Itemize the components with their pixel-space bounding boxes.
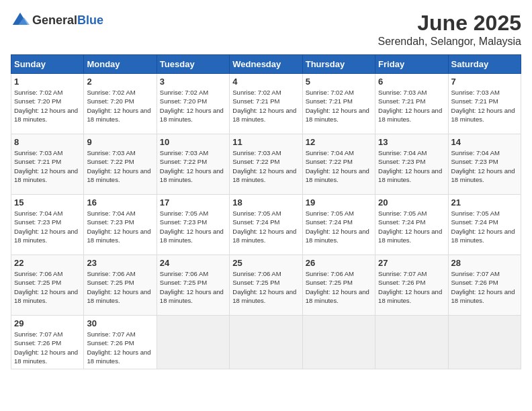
day-info: Sunrise: 7:04 AMSunset: 7:23 PMDaylight:… [87, 210, 150, 244]
day-number: 20 [378, 197, 445, 208]
logo-text-blue: Blue [77, 13, 103, 27]
day-number: 28 [451, 258, 518, 268]
day-number: 30 [87, 318, 153, 328]
logo-text-general: General [32, 13, 77, 27]
day-info: Sunrise: 7:03 AMSunset: 7:22 PMDaylight:… [160, 149, 224, 183]
table-row: 18 Sunrise: 7:05 AMSunset: 7:24 PMDaylig… [230, 195, 302, 255]
main-title: June 2025 [378, 11, 521, 36]
table-row: 3 Sunrise: 7:02 AMSunset: 7:20 PMDayligh… [157, 74, 229, 134]
day-number: 1 [14, 77, 81, 87]
calendar: Sunday Monday Tuesday Wednesday Thursday… [11, 54, 521, 369]
header-wednesday: Wednesday [230, 55, 302, 74]
table-row: 29 Sunrise: 7:07 AMSunset: 7:26 PMDaylig… [11, 316, 84, 369]
day-number: 12 [306, 137, 372, 147]
table-row [448, 316, 521, 369]
calendar-week-row: 15 Sunrise: 7:04 AMSunset: 7:23 PMDaylig… [11, 195, 521, 255]
day-number: 15 [14, 197, 81, 208]
table-row: 4 Sunrise: 7:02 AMSunset: 7:21 PMDayligh… [230, 74, 302, 134]
day-number: 6 [378, 77, 445, 87]
table-row: 14 Sunrise: 7:04 AMSunset: 7:23 PMDaylig… [448, 134, 521, 195]
header: GeneralBlue June 2025 Serendah, Selangor… [11, 11, 521, 48]
day-info: Sunrise: 7:04 AMSunset: 7:23 PMDaylight:… [378, 149, 442, 183]
logo: GeneralBlue [11, 11, 103, 30]
day-info: Sunrise: 7:02 AMSunset: 7:21 PMDaylight:… [232, 89, 296, 123]
table-row: 12 Sunrise: 7:04 AMSunset: 7:22 PMDaylig… [302, 134, 375, 195]
table-row: 20 Sunrise: 7:05 AMSunset: 7:24 PMDaylig… [375, 195, 448, 255]
day-info: Sunrise: 7:03 AMSunset: 7:21 PMDaylight:… [451, 89, 515, 123]
day-info: Sunrise: 7:06 AMSunset: 7:25 PMDaylight:… [160, 270, 224, 304]
header-friday: Friday [375, 55, 448, 74]
table-row [157, 316, 229, 369]
day-number: 27 [378, 258, 445, 268]
day-number: 21 [451, 197, 518, 208]
header-thursday: Thursday [302, 55, 375, 74]
table-row: 30 Sunrise: 7:07 AMSunset: 7:26 PMDaylig… [84, 316, 157, 369]
table-row: 13 Sunrise: 7:04 AMSunset: 7:23 PMDaylig… [375, 134, 448, 195]
day-number: 22 [14, 258, 81, 268]
calendar-week-row: 8 Sunrise: 7:03 AMSunset: 7:21 PMDayligh… [11, 134, 521, 195]
header-monday: Monday [84, 55, 157, 74]
day-number: 24 [160, 258, 226, 268]
day-number: 11 [232, 137, 299, 147]
day-number: 5 [306, 77, 372, 87]
day-number: 3 [160, 77, 226, 87]
day-number: 2 [87, 77, 153, 87]
day-info: Sunrise: 7:02 AMSunset: 7:21 PMDaylight:… [306, 89, 369, 123]
day-number: 8 [14, 137, 81, 147]
day-info: Sunrise: 7:03 AMSunset: 7:21 PMDaylight:… [378, 89, 442, 123]
day-number: 7 [451, 77, 518, 87]
day-number: 18 [232, 197, 299, 208]
day-info: Sunrise: 7:04 AMSunset: 7:23 PMDaylight:… [451, 149, 515, 183]
day-info: Sunrise: 7:06 AMSunset: 7:25 PMDaylight:… [14, 270, 78, 304]
table-row: 11 Sunrise: 7:03 AMSunset: 7:22 PMDaylig… [230, 134, 302, 195]
day-info: Sunrise: 7:05 AMSunset: 7:24 PMDaylight:… [451, 210, 515, 244]
table-row: 6 Sunrise: 7:03 AMSunset: 7:21 PMDayligh… [375, 74, 448, 134]
day-info: Sunrise: 7:05 AMSunset: 7:23 PMDaylight:… [160, 210, 224, 244]
day-number: 16 [87, 197, 153, 208]
table-row: 9 Sunrise: 7:03 AMSunset: 7:22 PMDayligh… [84, 134, 157, 195]
header-tuesday: Tuesday [157, 55, 229, 74]
day-number: 19 [306, 197, 372, 208]
day-info: Sunrise: 7:03 AMSunset: 7:22 PMDaylight:… [87, 149, 150, 183]
logo-icon [11, 11, 30, 30]
table-row: 5 Sunrise: 7:02 AMSunset: 7:21 PMDayligh… [302, 74, 375, 134]
table-row: 10 Sunrise: 7:03 AMSunset: 7:22 PMDaylig… [157, 134, 229, 195]
day-number: 26 [306, 258, 372, 268]
day-info: Sunrise: 7:04 AMSunset: 7:23 PMDaylight:… [14, 210, 78, 244]
table-row: 27 Sunrise: 7:07 AMSunset: 7:26 PMDaylig… [375, 255, 448, 316]
table-row: 21 Sunrise: 7:05 AMSunset: 7:24 PMDaylig… [448, 195, 521, 255]
day-info: Sunrise: 7:06 AMSunset: 7:25 PMDaylight:… [232, 270, 296, 304]
day-info: Sunrise: 7:02 AMSunset: 7:20 PMDaylight:… [160, 89, 224, 123]
day-info: Sunrise: 7:07 AMSunset: 7:26 PMDaylight:… [14, 330, 78, 365]
day-info: Sunrise: 7:04 AMSunset: 7:22 PMDaylight:… [306, 149, 369, 183]
day-info: Sunrise: 7:05 AMSunset: 7:24 PMDaylight:… [306, 210, 369, 244]
day-number: 29 [14, 318, 81, 328]
table-row: 16 Sunrise: 7:04 AMSunset: 7:23 PMDaylig… [84, 195, 157, 255]
table-row: 28 Sunrise: 7:07 AMSunset: 7:26 PMDaylig… [448, 255, 521, 316]
table-row: 19 Sunrise: 7:05 AMSunset: 7:24 PMDaylig… [302, 195, 375, 255]
day-number: 17 [160, 197, 226, 208]
day-info: Sunrise: 7:07 AMSunset: 7:26 PMDaylight:… [87, 330, 150, 365]
sub-title: Serendah, Selangor, Malaysia [378, 36, 521, 48]
table-row: 1 Sunrise: 7:02 AMSunset: 7:20 PMDayligh… [11, 74, 84, 134]
day-info: Sunrise: 7:03 AMSunset: 7:22 PMDaylight:… [232, 149, 296, 183]
table-row: 26 Sunrise: 7:06 AMSunset: 7:25 PMDaylig… [302, 255, 375, 316]
table-row: 15 Sunrise: 7:04 AMSunset: 7:23 PMDaylig… [11, 195, 84, 255]
table-row: 24 Sunrise: 7:06 AMSunset: 7:25 PMDaylig… [157, 255, 229, 316]
table-row [302, 316, 375, 369]
day-info: Sunrise: 7:05 AMSunset: 7:24 PMDaylight:… [378, 210, 442, 244]
table-row [375, 316, 448, 369]
day-number: 14 [451, 137, 518, 147]
day-info: Sunrise: 7:05 AMSunset: 7:24 PMDaylight:… [232, 210, 296, 244]
day-number: 25 [232, 258, 299, 268]
day-number: 10 [160, 137, 226, 147]
title-section: June 2025 Serendah, Selangor, Malaysia [378, 11, 521, 48]
day-number: 9 [87, 137, 153, 147]
table-row: 17 Sunrise: 7:05 AMSunset: 7:23 PMDaylig… [157, 195, 229, 255]
calendar-week-row: 29 Sunrise: 7:07 AMSunset: 7:26 PMDaylig… [11, 316, 521, 369]
day-info: Sunrise: 7:07 AMSunset: 7:26 PMDaylight:… [451, 270, 515, 304]
day-number: 23 [87, 258, 153, 268]
day-info: Sunrise: 7:03 AMSunset: 7:21 PMDaylight:… [14, 149, 78, 183]
table-row: 7 Sunrise: 7:03 AMSunset: 7:21 PMDayligh… [448, 74, 521, 134]
day-info: Sunrise: 7:06 AMSunset: 7:25 PMDaylight:… [306, 270, 369, 304]
